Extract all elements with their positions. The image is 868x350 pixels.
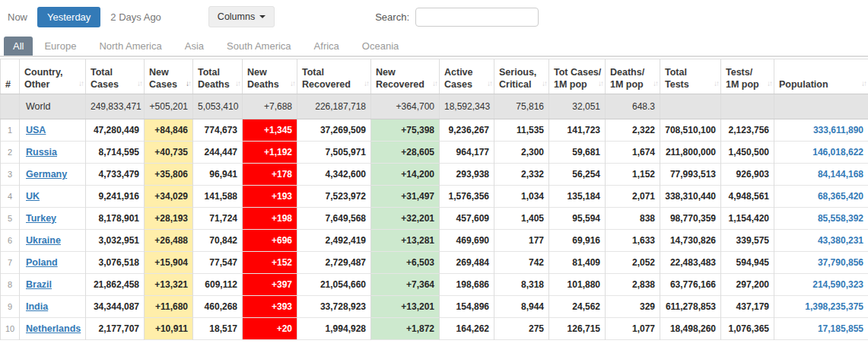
cell-total-tests: 22,483,483 [660,252,721,274]
cell-total-recovered: 1,994,928 [297,318,371,340]
sort-icon: ↓↑ [542,79,546,88]
country-link[interactable]: Germany [26,169,67,180]
cell-active-cases: 18,592,343 [440,94,494,119]
country-link[interactable]: India [26,301,48,312]
cell-country: India [20,296,86,318]
cell-total-tests: 98,770,359 [660,208,721,230]
country-link[interactable]: Brazil [26,279,52,290]
cell-population[interactable]: 146,018,622 [774,142,868,164]
time-filter-now[interactable]: Now [8,11,27,23]
cell-population[interactable]: 1,398,235,375 [774,296,868,318]
cell-total-recovered: 2,492,419 [297,230,371,252]
tab-south-america[interactable]: South America [215,37,303,56]
country-link[interactable]: Ukraine [26,235,61,246]
time-filter-yesterday[interactable]: Yesterday [37,7,100,27]
cell-new-deaths: +20 [243,318,297,340]
cell-new-cases: +15,904 [145,252,193,274]
country-link[interactable]: Poland [26,257,58,268]
column-header-rank[interactable]: # [1,59,20,94]
cell-population[interactable]: 214,590,323 [774,274,868,296]
country-link[interactable]: USA [26,125,46,135]
column-header-tests-1m[interactable]: Tests/1M pop↓↑ [721,59,774,94]
cell-rank: 10 [1,318,20,340]
tab-oceania[interactable]: Oceania [351,37,410,56]
cell-active-cases: 198,686 [440,274,494,296]
search-input[interactable] [415,8,539,27]
country-link[interactable]: Russia [26,147,57,158]
country-link[interactable]: UK [26,191,40,202]
sort-icon: ↓↑ [714,79,718,88]
column-header-serious-critical[interactable]: Serious,Critical↓↑ [494,59,549,94]
sort-icon: ↓↑ [137,79,141,88]
cell-population[interactable]: 333,611,890 [774,119,868,142]
cell-tests-1m: 1,450,500 [721,142,774,164]
cell-new-recovered: +13,281 [371,230,440,252]
tab-asia[interactable]: Asia [173,37,215,56]
world-row: World249,833,471+505,2015,053,410+7,6882… [1,94,868,119]
column-header-total-tests[interactable]: TotalTests↓↑ [660,59,721,94]
table-row: 5Turkey8,178,901+28,19371,724+1987,649,5… [1,208,868,230]
cell-deaths-1m: 838 [606,208,660,230]
cell-tot-cases-1m: 69,916 [549,230,606,252]
time-filter-2-days-ago[interactable]: 2 Days Ago [110,11,161,23]
column-header-new-deaths[interactable]: NewDeaths↓↑ [243,59,297,94]
cell-serious-critical: 742 [494,252,549,274]
tab-all[interactable]: All [4,37,33,56]
cell-population[interactable]: 68,365,420 [774,186,868,208]
sort-icon: ↓↑ [598,79,603,88]
cell-new-deaths: +1,192 [243,142,297,164]
cell-serious-critical: 8,944 [494,296,549,318]
column-header-total-recovered[interactable]: TotalRecovered↓↑ [297,59,371,94]
cell-tests-1m: 2,123,756 [721,119,774,142]
columns-dropdown-label: Columns [218,11,255,22]
sort-icon: ↓↑ [767,79,771,88]
cell-total-cases: 34,344,087 [86,296,145,318]
cell-total-cases: 249,833,471 [86,94,145,119]
cell-rank: 8 [1,274,20,296]
country-link[interactable]: Netherlands [26,323,81,334]
cell-tot-cases-1m: 24,562 [549,296,606,318]
cell-population[interactable]: 37,790,856 [774,252,868,274]
cell-new-recovered: +6,503 [371,252,440,274]
cell-total-tests: 611,278,853 [660,296,721,318]
tab-africa[interactable]: Africa [303,37,351,56]
cell-total-deaths: 71,724 [193,208,243,230]
column-header-new-recovered[interactable]: NewRecovered↓↑ [371,59,440,94]
cell-active-cases: 269,484 [440,252,494,274]
cell-population[interactable]: 85,558,392 [774,208,868,230]
tab-north-america[interactable]: North America [87,37,173,56]
column-header-new-cases[interactable]: NewCases↓↑ [145,59,193,94]
cell-new-deaths: +198 [243,208,297,230]
column-header-country[interactable]: Country,Other↓↑ [20,59,86,94]
cell-total-deaths: 141,588 [193,186,243,208]
column-header-total-cases[interactable]: TotalCases↓↑ [86,59,145,94]
cell-country: Brazil [20,274,86,296]
table-row: 3Germany4,733,479+35,80696,941+1784,342,… [1,164,868,186]
cell-total-recovered: 2,729,487 [297,252,371,274]
cell-new-recovered: +75,398 [371,119,440,142]
cell-total-tests [660,94,721,119]
country-link[interactable]: Turkey [26,213,56,224]
column-header-tot-cases-1m[interactable]: Tot Cases/1M pop↓↑ [549,59,606,94]
cell-population[interactable]: 17,185,855 [774,318,868,340]
cell-total-cases: 47,280,449 [86,119,145,142]
tab-europe[interactable]: Europe [33,37,87,56]
sort-icon: ↓↑ [861,79,866,88]
table-row: 10Netherlands2,177,707+10,91118,517+201,… [1,318,868,340]
columns-dropdown-button[interactable]: Columns [208,6,275,27]
cell-population[interactable]: 84,144,168 [774,164,868,186]
column-header-deaths-1m[interactable]: Deaths/1M pop↓↑ [606,59,660,94]
cell-new-recovered: +13,201 [371,296,440,318]
sort-icon: ↓↑ [487,79,491,88]
column-header-active-cases[interactable]: ActiveCases↓↑ [440,59,494,94]
cell-total-cases: 9,241,916 [86,186,145,208]
column-header-population[interactable]: Population↓↑ [774,59,868,94]
cell-deaths-1m: 1,152 [606,164,660,186]
cell-tot-cases-1m: 56,254 [549,164,606,186]
column-header-total-deaths[interactable]: TotalDeaths↓↑ [193,59,243,94]
cell-tests-1m: 1,154,420 [721,208,774,230]
sort-icon: ↓↑ [290,79,294,88]
cell-country: Russia [20,142,86,164]
cell-active-cases: 1,576,356 [440,186,494,208]
cell-population[interactable]: 43,380,231 [774,230,868,252]
